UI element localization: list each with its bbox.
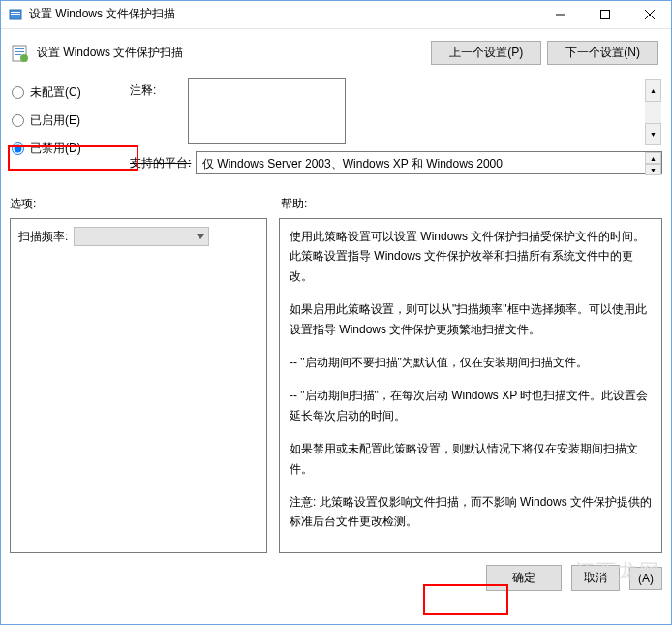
state-radio-group: 未配置(C) 已启用(E) 已禁用(D) [10, 78, 126, 169]
help-panel[interactable]: 使用此策略设置可以设置 Windows 文件保护扫描受保护文件的时间。此策略设置… [279, 218, 662, 553]
close-button[interactable] [627, 0, 672, 29]
help-text: 使用此策略设置可以设置 Windows 文件保护扫描受保护文件的时间。此策略设置… [290, 227, 652, 286]
platform-label: 支持的平台: [130, 151, 196, 172]
policy-icon [10, 44, 29, 63]
svg-point-11 [20, 54, 28, 62]
platform-scroll-down[interactable]: ▼ [645, 164, 661, 175]
help-text: 注意: 此策略设置仅影响文件扫描，而不影响 Windows 文件保护提供的标准后… [290, 492, 652, 532]
titlebar: 设置 Windows 文件保护扫描 [0, 0, 672, 29]
cancel-button[interactable]: 取消 [571, 565, 620, 591]
radio-not-configured[interactable] [12, 86, 24, 99]
page-title: 设置 Windows 文件保护扫描 [37, 45, 431, 61]
next-setting-button[interactable]: 下一个设置(N) [547, 41, 658, 65]
platform-scroll-up[interactable]: ▲ [645, 152, 661, 164]
header: 设置 Windows 文件保护扫描 上一个设置(P) 下一个设置(N) [0, 29, 672, 73]
radio-disabled[interactable] [12, 142, 24, 155]
radio-disabled-label[interactable]: 已禁用(D) [30, 141, 81, 157]
comment-label: 注释: [130, 78, 188, 99]
radio-not-configured-label[interactable]: 未配置(C) [30, 84, 81, 101]
maximize-button[interactable] [583, 0, 627, 29]
options-label: 选项: [10, 196, 281, 212]
help-label: 帮助: [281, 196, 307, 212]
help-text: -- "启动期间不要扫描"为默认值，仅在安装期间扫描文件。 [290, 353, 652, 372]
window-title: 设置 Windows 文件保护扫描 [29, 6, 538, 22]
options-panel: 扫描频率: [10, 218, 267, 553]
scan-frequency-dropdown[interactable] [74, 227, 209, 246]
prev-setting-button[interactable]: 上一个设置(P) [431, 41, 541, 65]
radio-enabled-label[interactable]: 已启用(E) [30, 112, 80, 129]
scan-frequency-label: 扫描频率: [18, 229, 68, 245]
svg-rect-10 [15, 54, 21, 55]
svg-rect-9 [15, 51, 24, 52]
radio-enabled[interactable] [12, 114, 24, 127]
svg-rect-8 [15, 48, 24, 49]
apply-button[interactable]: (A) [629, 567, 662, 590]
minimize-button[interactable] [538, 0, 583, 29]
window-controls [538, 0, 672, 29]
comment-textarea[interactable] [188, 78, 346, 144]
svg-rect-1 [11, 12, 20, 13]
help-text: 如果启用此策略设置，则可以从"扫描频率"框中选择频率。可以使用此设置指导 Win… [290, 299, 652, 339]
help-text: 如果禁用或未配置此策略设置，则默认情况下将仅在安装期间扫描文件。 [290, 439, 652, 479]
svg-rect-2 [11, 14, 20, 15]
comment-scroll-up[interactable]: ▲ [645, 79, 661, 102]
app-icon [8, 7, 23, 22]
svg-rect-4 [601, 10, 610, 18]
help-text: -- "启动期间扫描"，在每次启动 Windows XP 时也扫描文件。此设置会… [290, 386, 652, 425]
comment-scroll-down[interactable]: ▼ [645, 123, 661, 145]
platform-value: 仅 Windows Server 2003、Windows XP 和 Windo… [196, 151, 662, 174]
ok-button[interactable]: 确定 [486, 565, 562, 591]
footer: 确定 取消 (A) [0, 553, 672, 601]
